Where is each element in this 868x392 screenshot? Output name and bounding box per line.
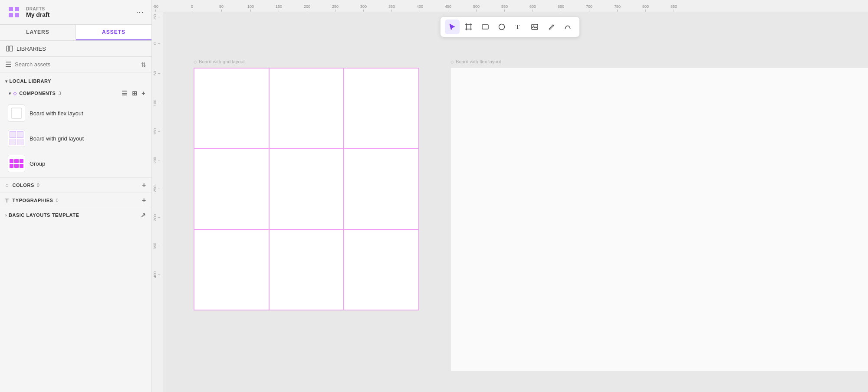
components-chevron: ▾ xyxy=(9,91,11,96)
ruler-top: -50 0 50 100 150 200 250 300 xyxy=(152,0,868,12)
component-item-flex[interactable]: Board with flex layout xyxy=(3,101,148,125)
svg-point-17 xyxy=(499,24,505,30)
menu-dots-button[interactable]: ⋯ xyxy=(134,6,145,19)
ruler-mark-v-100: 100 xyxy=(152,100,160,106)
tabs: LAYERS ASSETS xyxy=(0,25,151,41)
ruler-mark-v-300: 300 xyxy=(152,214,160,221)
local-library-label: LOCAL LIBRARY xyxy=(10,78,51,84)
frame-tool-button[interactable] xyxy=(461,20,476,34)
ruler-mark-600: 600 xyxy=(529,4,536,12)
libraries-button[interactable]: LIBRARIES xyxy=(0,41,151,57)
grid-cell-r3c1 xyxy=(194,229,269,310)
typographies-header[interactable]: T TYPOGRAPHIES 0 + xyxy=(0,193,151,208)
component-thumbnail-grid xyxy=(8,130,25,147)
local-library-chevron: ▾ xyxy=(5,79,8,84)
draft-icon xyxy=(6,4,22,20)
svg-rect-5 xyxy=(10,46,13,51)
board-grid-frame[interactable] xyxy=(194,68,419,310)
draft-info: DRAFTS My draft xyxy=(6,4,49,20)
colors-icon: ○ xyxy=(5,182,9,189)
svg-rect-3 xyxy=(15,13,19,17)
group-cell-2 xyxy=(14,159,18,163)
ruler-mark-v-250: 250 xyxy=(152,186,160,192)
canvas-content: ◇ Board with grid layout ◇ Board with fl… xyxy=(164,12,868,392)
ellipse-tool-button[interactable] xyxy=(494,20,509,34)
curve-tool-button[interactable] xyxy=(560,20,575,34)
grid-cell-r3c3 xyxy=(344,229,419,310)
svg-rect-19 xyxy=(532,24,538,29)
ruler-left: -50 0 50 100 150 200 250 300 xyxy=(152,12,164,392)
library-section: ▾ LOCAL LIBRARY ▾ ◇ COMPONENTS 3 ☰ ⊞ + xyxy=(0,72,151,392)
svg-rect-2 xyxy=(9,13,13,17)
grid-cell-r2c2 xyxy=(269,149,344,229)
ruler-left-content: -50 0 50 100 150 200 250 300 xyxy=(152,12,164,392)
basic-layouts-chevron: › xyxy=(5,213,7,218)
colors-header[interactable]: ○ COLORS 0 + xyxy=(0,177,151,193)
board-flex-label-text: Board with flex layout xyxy=(456,59,501,64)
add-component-button[interactable]: + xyxy=(141,89,146,98)
ruler-mark-550: 550 xyxy=(501,4,508,12)
ruler-mark-v-150: 150 xyxy=(152,128,160,135)
board-grid-label-icon: ◇ xyxy=(194,59,197,64)
rectangle-tool-button[interactable] xyxy=(478,20,493,34)
ruler-mark-500: 500 xyxy=(473,4,480,12)
board-grid-label-text: Board with grid layout xyxy=(199,59,245,64)
ruler-mark-300: 300 xyxy=(360,4,367,12)
component-item-grid[interactable]: Board with grid layout xyxy=(3,126,148,150)
ruler-mark-750: 750 xyxy=(614,4,621,12)
search-input[interactable] xyxy=(15,61,138,68)
list-view-button[interactable]: ☰ xyxy=(121,89,128,98)
grid-cell-3 xyxy=(10,139,16,145)
local-library-header[interactable]: ▾ LOCAL LIBRARY xyxy=(0,76,151,86)
canvas-area[interactable]: -50 0 50 100 150 200 250 300 xyxy=(152,0,868,392)
ruler-mark-850: 850 xyxy=(671,4,677,12)
grid-cell-4 xyxy=(17,139,23,145)
svg-rect-7 xyxy=(467,25,471,29)
grid-thumb-icon xyxy=(10,131,23,145)
tab-layers[interactable]: LAYERS xyxy=(0,25,76,40)
grid-cell-r1c1 xyxy=(194,68,269,149)
sort-icon[interactable]: ⇅ xyxy=(141,61,146,68)
basic-layouts-label: BASIC LAYOUTS TEMPLATE xyxy=(9,212,79,218)
svg-rect-16 xyxy=(482,25,488,29)
svg-rect-4 xyxy=(7,46,9,51)
search-bar: ☰ ⇅ xyxy=(0,57,151,72)
pen-tool-button[interactable] xyxy=(544,20,559,34)
ruler-mark-650: 650 xyxy=(558,4,564,12)
board-flex-frame[interactable] xyxy=(450,68,868,371)
group-cell-5 xyxy=(14,164,18,168)
ruler-mark-v-50: 50 xyxy=(152,71,160,75)
grid-cell-r2c3 xyxy=(344,149,419,229)
components-header[interactable]: ▾ ◇ COMPONENTS 3 ☰ ⊞ + xyxy=(0,86,151,100)
group-cell-3 xyxy=(20,159,23,163)
grid-cell-r1c3 xyxy=(344,68,419,149)
board-flex-label: ◇ Board with flex layout xyxy=(450,59,501,64)
basic-layouts-header[interactable]: › BASIC LAYOUTS TEMPLATE ↗ xyxy=(0,208,151,222)
grid-view-button[interactable]: ⊞ xyxy=(131,89,138,98)
svg-rect-0 xyxy=(9,7,13,11)
add-color-button[interactable]: + xyxy=(142,181,146,189)
libraries-label: LIBRARIES xyxy=(16,46,46,52)
select-tool-button[interactable] xyxy=(445,20,460,34)
tab-assets[interactable]: ASSETS xyxy=(76,25,151,40)
search-menu-icon[interactable]: ☰ xyxy=(5,60,11,69)
ruler-top-content: -50 0 50 100 150 200 250 300 xyxy=(152,0,868,12)
group-thumb-icon xyxy=(10,159,23,168)
component-item-group[interactable]: Group xyxy=(3,151,148,176)
component-name-grid: Board with grid layout xyxy=(30,135,84,142)
external-link-icon[interactable]: ↗ xyxy=(141,212,146,219)
svg-rect-6 xyxy=(11,108,22,118)
group-row-1 xyxy=(10,159,23,163)
components-label: COMPONENTS xyxy=(19,91,56,96)
colors-count: 0 xyxy=(37,183,40,188)
ruler-mark-neg50b: 0 xyxy=(191,4,193,12)
toolbar: T xyxy=(440,16,580,37)
group-cell-6 xyxy=(20,164,23,168)
ruler-mark-150: 150 xyxy=(276,4,282,12)
text-tool-button[interactable]: T xyxy=(511,20,526,34)
add-typography-button[interactable]: + xyxy=(142,196,146,204)
ruler-mark-100: 100 xyxy=(247,4,254,12)
image-tool-button[interactable] xyxy=(527,20,542,34)
grid-cell-r1c2 xyxy=(269,68,344,149)
ruler-mark-200: 200 xyxy=(304,4,310,12)
